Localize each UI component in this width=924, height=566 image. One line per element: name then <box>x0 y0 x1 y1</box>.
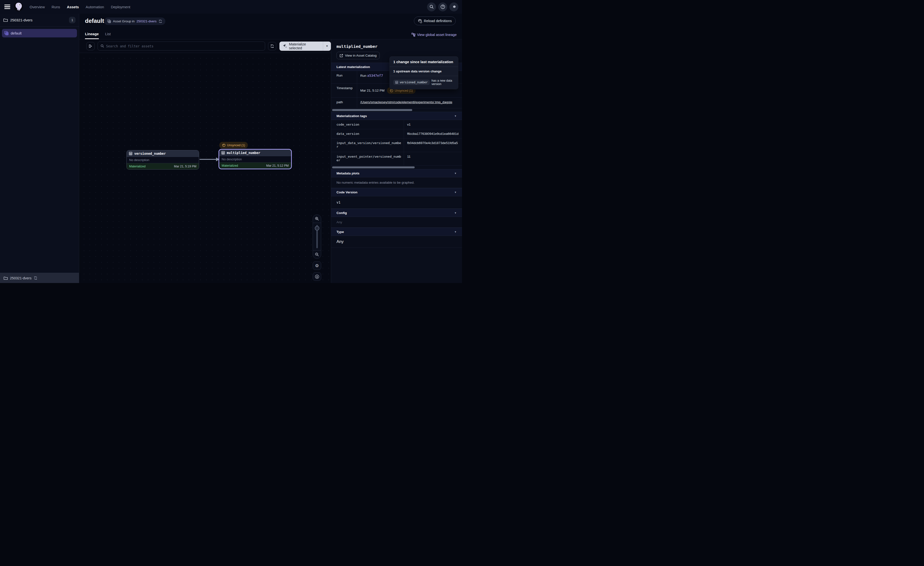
reload-definitions-icon <box>418 19 422 23</box>
zoom-slider-knob[interactable] <box>315 226 319 230</box>
section-label: Metadata plots <box>336 172 360 175</box>
asset-chip-label: versioned_number <box>400 81 428 84</box>
sidebar-code-location-row[interactable]: 250321-dvers 1 <box>0 14 79 27</box>
zoom-control <box>313 214 321 259</box>
asset-group-badge: Asset Group in 250321-dvers <box>104 18 165 25</box>
popover-change-text: has a new data version <box>432 79 454 86</box>
tab-lineage[interactable]: Lineage <box>85 32 99 39</box>
nav-runs[interactable]: Runs <box>52 5 60 9</box>
sidebar-footer[interactable]: 250321-dvers <box>0 273 79 283</box>
refresh-icon[interactable] <box>34 276 38 280</box>
refresh-graph-icon[interactable] <box>268 42 276 50</box>
sidebar-item-label: default <box>10 31 22 35</box>
scrollbar-thumb[interactable] <box>332 109 412 111</box>
zoom-in-icon[interactable] <box>313 215 321 223</box>
unsynced-icon <box>222 144 225 147</box>
sparkle-icon <box>283 44 287 48</box>
asset-node-timestamp: Mar 21, 5:12 PM <box>266 164 289 167</box>
section-materialization-tags: Materialization tags ▼ <box>331 112 462 120</box>
sidebar-item-default[interactable]: default <box>2 29 77 38</box>
collapse-caret-icon[interactable]: ▼ <box>454 191 457 194</box>
tag-value: v1 <box>404 120 462 129</box>
popover-change-row: versioned_number has a new data version <box>390 76 458 89</box>
unsynced-icon <box>390 89 393 92</box>
tag-row: input_event_pointer/versioned_number 11 <box>331 152 462 166</box>
run-id-link[interactable]: a5347ef7 <box>368 74 383 77</box>
help-icon[interactable] <box>438 2 447 11</box>
tag-value: 11 <box>404 152 462 166</box>
materialize-selected-button[interactable]: Materialize selected ▼ <box>279 42 331 51</box>
tag-key: data_version <box>331 129 404 138</box>
view-global-asset-lineage-link[interactable]: View global asset lineage <box>411 33 457 37</box>
top-nav: Overview Runs Assets Automation Deployme… <box>0 0 462 14</box>
horizontal-scrollbar <box>331 166 462 169</box>
zoom-out-icon[interactable] <box>313 250 321 259</box>
reload-definitions-button[interactable]: Reload definitions <box>414 17 456 25</box>
badge-group-link[interactable]: 250321-dvers <box>136 20 157 23</box>
popover-title: 1 change since last materialization <box>390 57 458 66</box>
tag-row: input_data_version/versioned_number fb04… <box>331 138 462 152</box>
dagster-app: Overview Runs Assets Automation Deployme… <box>0 0 462 283</box>
nav-automation[interactable]: Automation <box>86 5 104 9</box>
asset-node-name: multiplied_number <box>227 151 260 155</box>
path-link[interactable]: /Users/smackesey/stm/code/elementl/exper… <box>360 100 452 104</box>
unsynced-badge[interactable]: Unsynced (1) <box>219 142 248 148</box>
nav-assets[interactable]: Assets <box>67 5 79 9</box>
expand-panel-icon[interactable] <box>86 42 94 50</box>
run-key: Run <box>331 71 357 83</box>
view-in-asset-catalog-label: View in Asset Catalog <box>345 54 376 57</box>
tag-value: fb04dcb6970e4c3d1873de51fd5a5 <box>404 138 462 152</box>
section-label: Config <box>336 211 347 215</box>
primary-nav: Overview Runs Assets Automation Deployme… <box>30 5 130 9</box>
folder-icon <box>4 277 8 280</box>
section-label: Type <box>336 230 344 234</box>
asset-groups-sidebar: 250321-dvers 1 default 250321-dvers <box>0 14 79 283</box>
nav-overview[interactable]: Overview <box>30 5 45 9</box>
collapse-caret-icon[interactable]: ▼ <box>454 212 457 214</box>
tag-value: f6ccba1776380941e9cd1ea66481d <box>404 129 462 138</box>
tag-row: code_version v1 <box>331 120 462 129</box>
refresh-icon[interactable] <box>159 20 162 23</box>
asset-chip[interactable]: versioned_number <box>393 80 430 85</box>
collapse-caret-icon[interactable]: ▼ <box>454 114 457 117</box>
dagster-logo[interactable] <box>14 2 23 12</box>
collapse-caret-icon[interactable]: ▼ <box>454 172 457 175</box>
metadata-empty-message: No numeric metadata entries available to… <box>331 177 462 188</box>
footer-code-location-name: 250321-dvers <box>10 276 32 280</box>
materialize-selected-label: Materialize selected <box>289 42 320 50</box>
lineage-graph-canvas[interactable]: Unsynced (1) versioned_number No descrip… <box>79 53 331 283</box>
page-title: default <box>85 18 104 24</box>
zoom-slider[interactable] <box>313 223 321 250</box>
graph-settings-gear-icon[interactable]: ⚙ <box>313 261 321 270</box>
section-config: Config ▼ <box>331 209 462 217</box>
download-graph-icon[interactable] <box>313 272 321 281</box>
asset-search-input[interactable] <box>106 44 262 48</box>
search-icon[interactable] <box>427 2 436 11</box>
nav-deployment[interactable]: Deployment <box>111 5 130 9</box>
lineage-graph-icon <box>411 33 416 37</box>
tag-key: input_event_pointer/versioned_number <box>331 152 404 166</box>
materialize-dropdown-caret[interactable]: ▼ <box>323 42 331 51</box>
asset-node-multiplied-number[interactable]: multiplied_number No description Materia… <box>219 149 292 169</box>
asset-group-icon <box>4 31 9 35</box>
asset-search-box <box>98 42 265 51</box>
scrollbar-thumb[interactable] <box>332 166 415 169</box>
hamburger-menu-icon[interactable] <box>4 5 10 9</box>
section-label: Code Version <box>336 190 357 194</box>
global-lineage-label: View global asset lineage <box>417 33 457 37</box>
collapse-caret-icon[interactable]: ▼ <box>454 230 457 233</box>
asset-node-name: versioned_number <box>134 152 166 155</box>
asset-node-description: No description <box>127 157 199 163</box>
changes-popover: 1 change since last materialization 1 up… <box>390 57 458 89</box>
tab-list[interactable]: List <box>105 32 111 39</box>
settings-gear-icon[interactable] <box>449 2 458 11</box>
asset-node-versioned-number[interactable]: versioned_number No description Material… <box>126 150 199 170</box>
section-metadata-plots: Metadata plots ▼ <box>331 169 462 177</box>
tag-row: data_version f6ccba1776380941e9cd1ea6648… <box>331 129 462 138</box>
view-in-asset-catalog-button[interactable]: View in Asset Catalog <box>336 52 380 59</box>
selected-asset-title: multiplied_number <box>331 39 462 49</box>
horizontal-scrollbar <box>331 108 462 112</box>
asset-node-timestamp: Mar 21, 5:19 PM <box>174 165 196 168</box>
config-value: Any <box>331 217 462 227</box>
unsynced-badge-label: Unsynced (1) <box>395 89 413 92</box>
